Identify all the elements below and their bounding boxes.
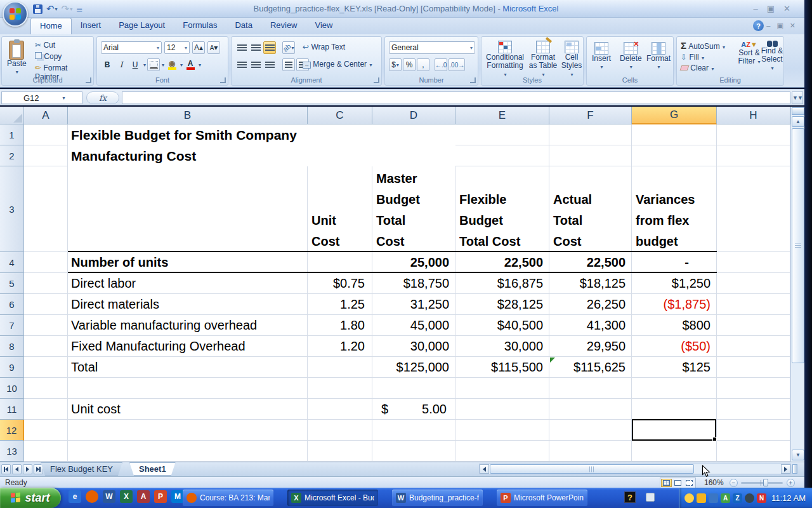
font-color-button[interactable]: A [184,58,197,71]
row-header-4[interactable]: 4 [0,252,24,273]
cell-D3[interactable]: Master Budget Total Cost [372,166,455,252]
cell-E3[interactable]: Flexible Budget Total Cost [455,166,549,252]
help-tray-icon[interactable]: ? [624,491,636,503]
cell-B2[interactable]: Manufacturing Cost [68,145,455,166]
cell-B6[interactable]: Direct materials [68,294,308,315]
task-button-firefox[interactable]: Course: BA 213: Man... [183,490,273,506]
cell-B8[interactable]: Fixed Manufacturing Overhead [68,336,308,357]
access-icon[interactable]: A [137,490,150,503]
column-header-C[interactable]: C [308,107,372,124]
cell-G7[interactable]: $800 [632,315,717,336]
fill-button[interactable]: ⇩ Fill ▾ [681,53,725,62]
vertical-scroll-thumb[interactable] [792,128,804,363]
cell-E4[interactable]: 22,500 [455,252,549,273]
scroll-down-icon[interactable]: ▼ [792,450,804,460]
bottom-align-button[interactable] [263,41,276,54]
workbook-restore-button[interactable]: ▣ [776,22,783,30]
middle-align-button[interactable] [249,41,262,54]
accounting-format-button[interactable]: $▾ [389,58,402,71]
tab-home[interactable]: Home [30,18,72,34]
next-sheet-icon[interactable] [23,464,32,474]
autosum-button[interactable]: Σ AutoSum ▾ [681,40,725,51]
workbook-minimize-button[interactable]: – [766,22,770,30]
vertical-split-handle[interactable] [792,107,804,115]
cell-F3[interactable]: Actual Total Cost [549,166,632,252]
row-header-8[interactable]: 8 [0,336,24,357]
tools-tray-icon[interactable] [709,493,718,503]
orientation-button[interactable]: ab▾ [282,41,295,54]
cell-styles-button[interactable]: CellStyles ▾ [560,41,583,79]
ie-icon[interactable]: e [69,490,81,503]
qat-customize-button[interactable]: ⚌ [76,5,82,13]
italic-button[interactable]: I [115,58,128,71]
tab-split-handle[interactable] [792,464,797,474]
cell-G5[interactable]: $1,250 [632,273,717,294]
percent-style-button[interactable]: % [403,58,416,71]
sheet-tab-flex-budget-key[interactable]: Flex Budget KEY [41,462,122,476]
cell-F4[interactable]: 22,500 [549,252,632,273]
cell-D7[interactable]: 45,000 [372,315,455,336]
cell-G9[interactable]: $125 [632,357,717,378]
zoom-slider-track[interactable] [741,482,783,484]
restore-button[interactable]: ▣ [767,4,775,13]
undo-button[interactable]: ↶▾ [46,3,58,15]
cell-C6[interactable]: 1.25 [308,294,372,315]
zoom-out-icon[interactable]: − [730,479,738,487]
antivirus-tray-icon[interactable]: A [721,493,730,503]
tab-view[interactable]: View [306,18,342,34]
messenger-tray-icon[interactable] [684,493,694,503]
row-header-5[interactable]: 5 [0,273,24,294]
delete-cells-button[interactable]: ✕ Delete▾ [620,42,642,71]
firefox-icon[interactable] [86,490,98,503]
comma-style-button[interactable]: , [417,58,429,71]
format-as-table-button[interactable]: Formatas Table ▾ [527,41,559,79]
fill-color-dropdown-icon[interactable]: ▾ [180,62,183,68]
zonealarm-tray-icon[interactable]: Z [733,493,742,503]
underline-button[interactable]: U [129,58,141,71]
cell-G4[interactable]: - [632,252,717,273]
workbook-close-button[interactable]: ✕ [790,22,796,30]
cell-C7[interactable]: 1.80 [308,315,372,336]
fill-color-button[interactable]: ◉ [166,58,178,71]
tab-data[interactable]: Data [226,18,261,34]
page-break-view-button[interactable] [684,479,695,487]
cell-B5[interactable]: Direct labor [68,273,308,294]
underline-dropdown-icon[interactable]: ▾ [143,62,146,68]
messenger-icon[interactable]: M [171,490,184,503]
horizontal-scroll-thumb[interactable] [490,464,694,474]
cell-F8[interactable]: 29,950 [549,336,632,357]
zoom-in-icon[interactable]: + [787,479,795,487]
number-format-select[interactable]: General▾ [389,41,475,54]
bold-button[interactable]: B [101,58,114,71]
row-header-2[interactable]: 2 [0,145,24,166]
word-icon[interactable]: W [103,490,115,503]
page-layout-view-button[interactable] [672,479,683,487]
cell-F5[interactable]: $18,125 [549,273,632,294]
cell-E8[interactable]: 30,000 [455,336,549,357]
last-sheet-icon[interactable] [34,464,43,474]
tab-review[interactable]: Review [261,18,306,34]
task-button-word[interactable]: WBudgeting_practice-fl... [392,490,483,506]
cell-E7[interactable]: $40,500 [455,315,549,336]
name-box[interactable]: G12▾ [1,91,82,104]
cell-D8[interactable]: 30,000 [372,336,455,357]
redo-button[interactable]: ↷▾ [62,3,73,15]
cell-D5[interactable]: $18,750 [372,273,455,294]
row-header-1[interactable]: 1 [0,124,24,145]
align-center-button[interactable] [249,58,262,71]
sort-filter-button[interactable]: AZ▼ Sort &Filter ▾ [738,41,761,66]
column-header-D[interactable]: D [372,107,455,124]
cell-B9[interactable]: Total [68,357,308,378]
horizontal-scrollbar[interactable] [479,464,791,474]
row-header-10[interactable]: 10 [0,378,24,399]
alignment-dialog-launcher-icon[interactable] [374,77,379,83]
font-dialog-launcher-icon[interactable] [220,77,226,83]
shield-tray-icon[interactable] [697,493,706,503]
cell-D11[interactable]: $5.00 [372,399,455,420]
decrease-decimal-button[interactable]: .00→ [449,58,465,71]
format-cells-button[interactable]: Format▾ [646,42,671,71]
clipboard-dialog-launcher-icon[interactable] [86,77,91,83]
row-header-7[interactable]: 7 [0,315,24,336]
close-button[interactable]: ✕ [783,4,790,13]
font-color-dropdown-icon[interactable]: ▾ [199,62,201,68]
